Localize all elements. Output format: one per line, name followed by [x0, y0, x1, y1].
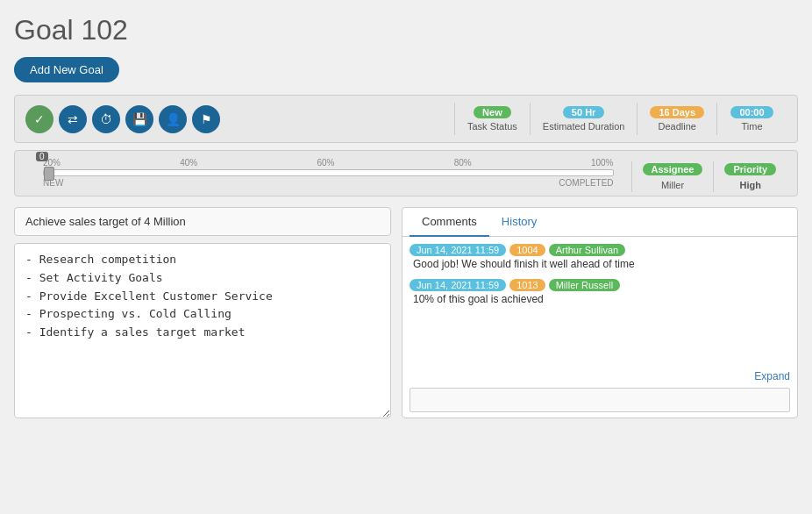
task-status-badge: New	[474, 106, 511, 118]
task-info: New Task Status 50 Hr Estimated Duration…	[454, 103, 787, 135]
flag-icon-btn[interactable]: ⚑	[192, 105, 220, 133]
comment-2-id: 1013	[509, 279, 545, 291]
task-status-cell: New Task Status	[454, 103, 530, 135]
comment-1-name: Arthur Sullivan	[549, 244, 626, 256]
goal-title-input[interactable]	[14, 207, 391, 236]
progress-labels: 20% 40% 60% 80% 100%	[25, 158, 614, 168]
progress-track-labels: NEW COMPLETED	[43, 178, 614, 188]
comment-1-datetime: Jun 14, 2021 11:59	[410, 244, 506, 256]
comment-2-datetime: Jun 14, 2021 11:59	[410, 279, 506, 291]
progress-completed-label: COMPLETED	[559, 178, 613, 188]
priority-value: High	[740, 180, 761, 190]
estimated-duration-label: Estimated Duration	[543, 121, 625, 132]
assignee-cell: Assignee Miller	[631, 161, 714, 192]
progress-thumb[interactable]: 0	[44, 167, 54, 181]
add-goal-button[interactable]: Add New Goal	[14, 57, 119, 82]
assignee-priority: Assignee Miller Priority High	[631, 161, 787, 192]
estimated-duration-badge: 50 Hr	[563, 106, 605, 118]
comment-1: Jun 14, 2021 11:59 1004 Arthur Sullivan …	[410, 244, 790, 270]
assign-icon-btn[interactable]: 👤	[159, 105, 187, 133]
goal-notes-textarea[interactable]	[14, 243, 391, 418]
page-title: Goal 102	[14, 14, 798, 46]
comment-input-area[interactable]	[410, 388, 790, 412]
time-label: Time	[741, 121, 762, 132]
comment-2: Jun 14, 2021 11:59 1013 Miller Russell 1…	[410, 279, 790, 305]
tabs-row: Comments History	[402, 208, 797, 237]
progress-label-40: 40%	[180, 158, 197, 168]
time-cell: 00:00 Time	[716, 103, 787, 135]
deadline-label: Deadline	[658, 121, 695, 132]
progress-label-60: 60%	[317, 158, 334, 168]
progress-track[interactable]: 0	[43, 169, 614, 176]
priority-badge-label: Priority	[724, 163, 776, 175]
progress-label-80: 80%	[454, 158, 472, 168]
toolbar-row: ✓ ⇄ ⏱ 💾 👤 ⚑ New Task Status 50 Hr Estima…	[25, 103, 787, 135]
history-icon-btn[interactable]: ⏱	[92, 105, 120, 133]
check-icon-btn[interactable]: ✓	[25, 105, 53, 133]
deadline-badge: 16 Days	[650, 106, 704, 118]
toolbar-icons: ✓ ⇄ ⏱ 💾 👤 ⚑	[25, 105, 220, 133]
tab-comments[interactable]: Comments	[410, 208, 489, 237]
expand-link[interactable]: Expand	[402, 368, 797, 384]
tab-history[interactable]: History	[489, 208, 549, 237]
assignee-value: Miller	[661, 180, 684, 190]
comment-2-text: 10% of this goal is achieved	[410, 293, 790, 305]
main-content: Comments History Jun 14, 2021 11:59 1004…	[14, 207, 798, 418]
progress-label-100: 100%	[591, 158, 614, 168]
estimated-duration-cell: 50 Hr Estimated Duration	[530, 103, 637, 135]
progress-bar-container: 20% 40% 60% 80% 100% 0 NEW COMPLETED	[25, 158, 614, 188]
time-badge: 00:00	[730, 106, 773, 118]
comment-2-name: Miller Russell	[549, 279, 620, 291]
share-icon-btn[interactable]: ⇄	[59, 105, 87, 133]
toolbar-section: ✓ ⇄ ⏱ 💾 👤 ⚑ New Task Status 50 Hr Estima…	[14, 95, 798, 143]
comment-1-id: 1004	[509, 244, 545, 256]
comments-area: Jun 14, 2021 11:59 1004 Arthur Sullivan …	[402, 237, 797, 368]
assignee-badge-label: Assignee	[643, 163, 703, 175]
save-icon-btn[interactable]: 💾	[125, 105, 153, 133]
comment-2-header: Jun 14, 2021 11:59 1013 Miller Russell	[410, 279, 790, 291]
progress-zero-badge: 0	[36, 152, 48, 161]
right-panel: Comments History Jun 14, 2021 11:59 1004…	[402, 207, 798, 418]
comment-1-header: Jun 14, 2021 11:59 1004 Arthur Sullivan	[410, 244, 790, 256]
priority-cell: Priority High	[713, 161, 787, 192]
progress-section: 20% 40% 60% 80% 100% 0 NEW COMPLETED Ass…	[14, 150, 798, 196]
deadline-cell: 16 Days Deadline	[637, 103, 716, 135]
comment-1-text: Good job! We should finish it well ahead…	[410, 258, 790, 270]
left-panel	[14, 207, 391, 418]
task-status-label: Task Status	[467, 121, 517, 132]
